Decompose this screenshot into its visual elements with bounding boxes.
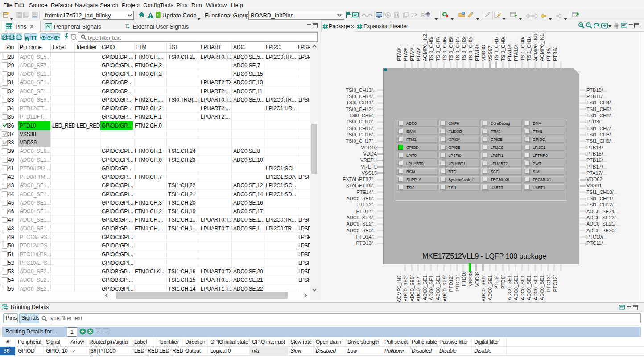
svg-text:3.: 3. — [411, 13, 415, 18]
svg-text:.R: .R — [420, 13, 425, 18]
